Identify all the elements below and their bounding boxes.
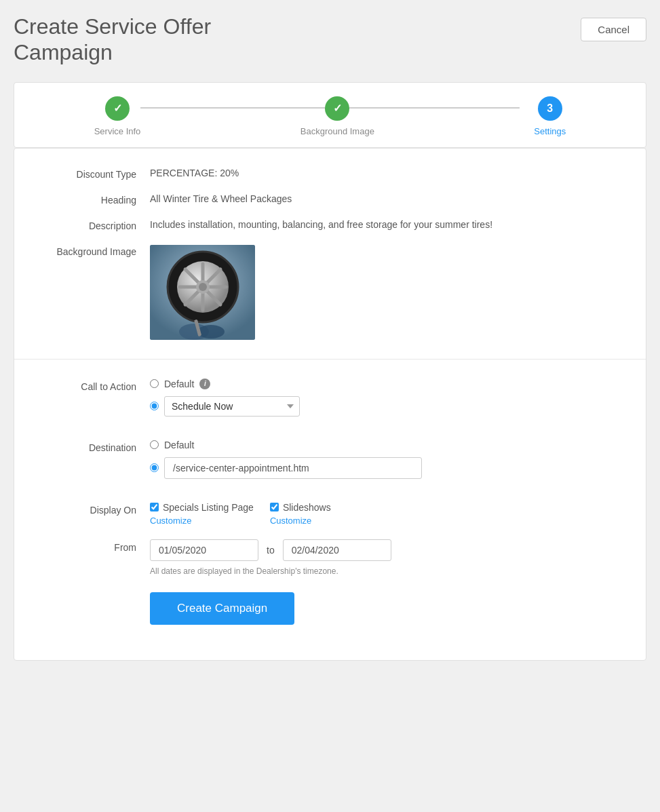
service-info-section: Discount Type PERCENTAGE: 20% Heading Al… — [14, 149, 646, 360]
cta-custom-radio[interactable] — [150, 402, 159, 410]
slideshows-label: Slideshows — [283, 502, 331, 513]
specials-listing-label: Specials Listing Page — [163, 502, 254, 513]
description-row: Description Includes installation, mount… — [41, 219, 619, 231]
cancel-button[interactable]: Cancel — [581, 18, 646, 41]
step-background-image: ✓ Background Image — [300, 96, 374, 136]
heading-label: Heading — [41, 193, 150, 206]
specials-customize-link[interactable]: Customize — [150, 516, 254, 526]
cta-info-icon[interactable]: i — [199, 379, 210, 389]
step-circle-service-info: ✓ — [105, 96, 130, 121]
step-circle-settings: 3 — [538, 96, 562, 121]
page-title: Create Service Offer Campaign — [14, 14, 211, 66]
description-label: Description — [41, 219, 150, 231]
specials-listing-item: Specials Listing Page Customize — [150, 502, 254, 526]
cta-content: Default i Schedule Now Get a Quote Learn… — [150, 379, 619, 423]
slideshows-customize-link[interactable]: Customize — [270, 516, 331, 526]
svg-point-12 — [197, 325, 225, 339]
tire-illustration — [150, 245, 255, 340]
heading-row: Heading All Winter Tire & Wheel Packages — [41, 193, 619, 206]
steps: ✓ Service Info ✓ Background Image 3 Sett… — [14, 96, 646, 136]
dest-default-label: Default — [164, 440, 194, 450]
to-date-input[interactable] — [283, 539, 391, 561]
step-service-info: ✓ Service Info — [94, 96, 141, 136]
step-circle-background-image: ✓ — [325, 96, 349, 121]
steps-container: ✓ Service Info ✓ Background Image 3 Sett… — [14, 82, 646, 148]
checkmark-icon-2: ✓ — [333, 102, 342, 115]
from-label: From — [41, 539, 150, 553]
svg-point-10 — [199, 283, 207, 291]
destination-content: Default — [150, 440, 619, 486]
settings-section: Call to Action Default i Schedule Now Ge… — [14, 360, 646, 660]
from-date-input[interactable] — [150, 539, 258, 561]
heading-value: All Winter Tire & Wheel Packages — [150, 193, 619, 204]
page-header: Create Service Offer Campaign Cancel — [14, 14, 646, 66]
discount-type-value: PERCENTAGE: 20% — [150, 168, 619, 178]
page-wrapper: Create Service Offer Campaign Cancel ✓ S… — [0, 0, 660, 688]
description-value: Includes installation, mounting, balanci… — [150, 219, 619, 230]
dest-default-row: Default — [150, 440, 619, 450]
step-settings: 3 Settings — [534, 96, 566, 136]
specials-listing-checkbox[interactable] — [150, 503, 159, 511]
destination-label: Destination — [41, 440, 150, 453]
background-image-label: Background Image — [41, 245, 150, 257]
to-label: to — [267, 545, 275, 556]
timezone-note: All dates are displayed in the Dealershi… — [150, 566, 619, 576]
step-number-settings: 3 — [547, 102, 553, 115]
display-on-content: Specials Listing Page Customize Slidesho… — [150, 502, 619, 526]
dest-custom-row — [150, 457, 619, 479]
background-image-preview — [150, 245, 619, 340]
step-label-background-image: Background Image — [300, 126, 374, 136]
date-row: to — [150, 539, 619, 561]
discount-type-row: Discount Type PERCENTAGE: 20% — [41, 168, 619, 180]
background-image-row: Background Image — [41, 245, 619, 340]
slideshows-checkbox[interactable] — [270, 503, 279, 511]
discount-type-label: Discount Type — [41, 168, 150, 180]
destination-input[interactable] — [164, 457, 422, 479]
dest-custom-radio[interactable] — [150, 463, 159, 472]
step-label-service-info: Service Info — [94, 126, 141, 136]
cta-label: Call to Action — [41, 379, 150, 392]
cta-default-label: Default — [164, 379, 194, 389]
main-card: Discount Type PERCENTAGE: 20% Heading Al… — [14, 148, 646, 661]
cta-default-radio[interactable] — [150, 379, 159, 388]
display-on-label: Display On — [41, 502, 150, 516]
tire-image-thumbnail — [150, 245, 255, 340]
slideshows-item: Slideshows Customize — [270, 502, 331, 526]
call-to-action-row: Call to Action Default i Schedule Now Ge… — [41, 379, 619, 423]
display-on-row: Display On Specials Listing Page Customi… — [41, 502, 619, 526]
dest-default-radio[interactable] — [150, 440, 159, 449]
display-on-checkboxes: Specials Listing Page Customize Slidesho… — [150, 502, 619, 526]
cta-select[interactable]: Schedule Now Get a Quote Learn More — [164, 396, 300, 417]
cta-custom-row: Schedule Now Get a Quote Learn More — [150, 396, 619, 417]
create-campaign-button[interactable]: Create Campaign — [150, 592, 294, 625]
step-label-settings: Settings — [534, 126, 566, 136]
from-to-row: From to All dates are displayed in the D… — [41, 539, 619, 625]
slideshows-row: Slideshows — [270, 502, 331, 513]
checkmark-icon-1: ✓ — [113, 102, 122, 115]
from-to-content: to All dates are displayed in the Dealer… — [150, 539, 619, 625]
specials-listing-row: Specials Listing Page — [150, 502, 254, 513]
cta-default-row: Default i — [150, 379, 619, 389]
destination-row: Destination Default — [41, 440, 619, 486]
